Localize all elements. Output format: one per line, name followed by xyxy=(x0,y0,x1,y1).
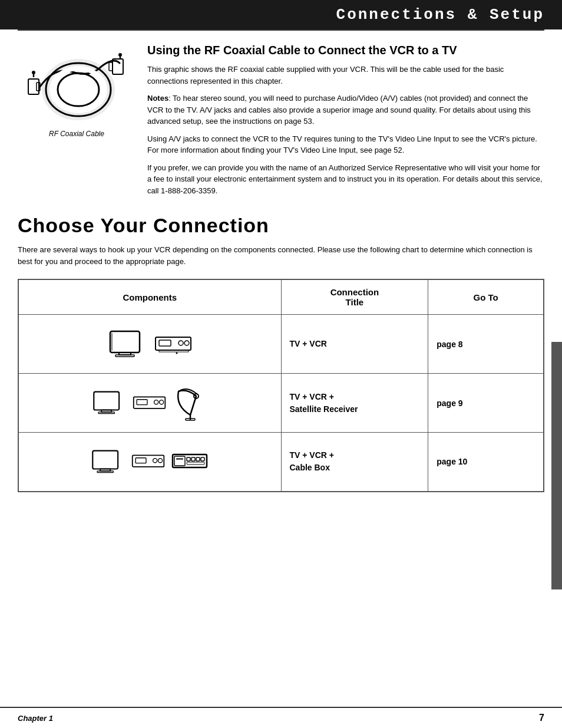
page-header: Connections & Setup xyxy=(0,0,562,29)
page-footer: Chapter 1 7 xyxy=(0,707,562,728)
choose-section: Choose Your Connection There are several… xyxy=(0,214,562,504)
svg-point-22 xyxy=(176,352,177,354)
connection-cell-2: TV + VCR +Satellite Receiver xyxy=(281,374,428,433)
svg-rect-48 xyxy=(176,458,183,460)
page-title: Connections & Setup xyxy=(18,6,544,24)
sidebar-accent xyxy=(551,342,562,589)
svg-rect-37 xyxy=(133,456,164,467)
choose-title: Choose Your Connection xyxy=(18,214,544,237)
svg-rect-36 xyxy=(97,471,113,473)
svg-point-20 xyxy=(184,341,189,345)
tv-icon-3 xyxy=(90,446,125,478)
col-header-connection: ConnectionTitle xyxy=(281,279,428,315)
svg-rect-43 xyxy=(187,457,190,461)
vcr-icon-2 xyxy=(133,391,167,415)
image-caption: RF Coaxial Cable xyxy=(49,130,104,138)
svg-rect-45 xyxy=(196,457,200,461)
connection-table: Components ConnectionTitle Go To xyxy=(18,279,544,492)
left-column: RF Coaxial Cable xyxy=(18,42,135,202)
tv-icon-2 xyxy=(91,387,127,419)
device-icons-2 xyxy=(27,386,273,421)
section1-title: Using the RF Coaxial Cable to Connect th… xyxy=(147,42,544,58)
svg-point-7 xyxy=(58,73,99,106)
svg-rect-23 xyxy=(94,392,120,410)
choose-intro: There are several ways to hook up your V… xyxy=(18,244,544,267)
svg-rect-25 xyxy=(98,412,114,414)
table-row: TV + VCR +Satellite Receiver page 9 xyxy=(18,374,544,433)
footer-page-number: 7 xyxy=(539,713,544,723)
table-header-row: Components ConnectionTitle Go To xyxy=(18,279,544,315)
svg-rect-42 xyxy=(174,456,185,466)
svg-point-29 xyxy=(160,400,164,404)
goto-cell-2: page 9 xyxy=(428,374,544,433)
right-column: Using the RF Coaxial Cable to Connect th… xyxy=(147,42,544,202)
footer-chapter: Chapter 1 xyxy=(18,714,53,723)
device-icons-3 xyxy=(27,446,273,478)
components-cell-2 xyxy=(18,374,281,433)
svg-rect-44 xyxy=(191,457,195,461)
svg-point-6 xyxy=(46,63,111,116)
svg-rect-34 xyxy=(92,450,118,469)
svg-point-28 xyxy=(154,400,158,404)
coaxial-cable-image xyxy=(25,48,128,125)
section1-intro: This graphic shows the RF coaxial cable … xyxy=(147,64,544,87)
table-row: TV + VCR +Cable Box page 10 xyxy=(18,433,544,492)
vcr-icon-3 xyxy=(131,450,166,473)
notes-label: Notes xyxy=(147,94,168,103)
svg-point-10 xyxy=(32,71,35,74)
vcr-icon xyxy=(154,332,193,356)
section1-para3: If you prefer, we can provide you with t… xyxy=(147,162,544,197)
goto-cell-1: page 8 xyxy=(428,315,544,374)
section1-notes: Notes: To hear stereo sound, you will ne… xyxy=(147,93,544,127)
components-cell-3 xyxy=(18,433,281,492)
svg-rect-18 xyxy=(159,340,171,346)
svg-point-39 xyxy=(153,459,157,463)
section1-para2: Using A/V jacks to connect the VCR to th… xyxy=(147,133,544,156)
satellite-icon xyxy=(173,386,208,421)
components-cell-1 xyxy=(18,315,281,374)
svg-line-30 xyxy=(190,396,196,415)
col-header-components: Components xyxy=(18,279,281,315)
svg-rect-21 xyxy=(159,350,189,352)
svg-rect-17 xyxy=(156,337,191,350)
cablebox-icon xyxy=(171,449,210,475)
svg-rect-27 xyxy=(137,399,147,404)
svg-point-12 xyxy=(118,53,122,57)
svg-point-8 xyxy=(52,68,105,111)
col-header-goto: Go To xyxy=(428,279,544,315)
tv-icon xyxy=(107,327,148,362)
svg-rect-46 xyxy=(201,457,204,461)
connection-cell-1: TV + VCR xyxy=(281,315,428,374)
device-icons-1 xyxy=(27,327,273,362)
svg-rect-47 xyxy=(187,462,204,465)
svg-rect-13 xyxy=(110,331,140,353)
notes-text: : To hear stereo sound, you will need to… xyxy=(147,94,531,126)
main-content: RF Coaxial Cable Using the RF Coaxial Ca… xyxy=(0,31,562,214)
table-row: TV + VCR page 8 xyxy=(18,315,544,374)
svg-rect-0 xyxy=(28,79,39,94)
svg-rect-26 xyxy=(134,397,166,409)
connection-cell-3: TV + VCR +Cable Box xyxy=(281,433,428,492)
goto-cell-3: page 10 xyxy=(428,433,544,492)
svg-point-40 xyxy=(158,459,162,463)
svg-point-19 xyxy=(178,341,183,345)
svg-rect-38 xyxy=(135,458,146,463)
svg-rect-15 xyxy=(115,355,134,357)
